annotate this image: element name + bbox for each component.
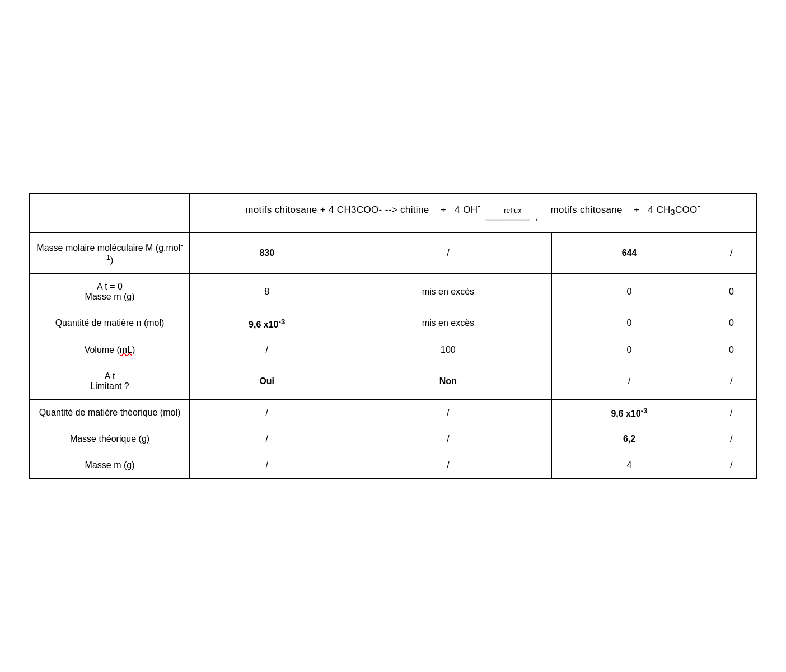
cell-7-2: / [344,452,552,479]
table-row: Quantité de matière théorique (mol) / / … [30,399,756,426]
value-7-4: / [730,460,732,470]
value-5-4: / [730,408,732,417]
value-0-4: / [730,248,732,258]
cell-3-1: / [190,337,344,363]
cell-0-3: 644 [552,232,707,274]
value-0-1: 830 [259,248,274,258]
cell-6-2: / [344,426,552,452]
cell-6-1: / [190,426,344,452]
value-2-3: 0 [627,318,632,328]
value-6-1: / [266,434,268,444]
exp-sup-2-1: -3 [279,317,286,325]
row-label-0: Masse molaire moléculaire M (g.mol-1) [30,232,190,274]
value-7-3: 4 [627,460,632,470]
cell-0-1: 830 [190,232,344,274]
value-2-2: mis en excès [422,318,474,328]
cell-3-3: 0 [552,337,707,363]
table-row: Masse m (g) / / 4 / [30,452,756,479]
cell-1-3: 0 [552,274,707,310]
value-3-3: 0 [627,345,632,354]
reflux-label: reflux [504,207,521,214]
cell-4-1: Oui [190,363,344,399]
row-label-5: Quantité de matière théorique (mol) [30,399,190,426]
exp-sup-5-3: -3 [641,407,648,415]
cell-2-1: 9,6 x10-3 [190,310,344,337]
value-6-3: 6,2 [623,434,635,444]
value-0-3: 644 [622,248,637,258]
value-7-2: / [447,460,449,470]
value-0-2: / [447,248,449,258]
cell-0-4: / [707,232,756,274]
cell-2-2: mis en excès [344,310,552,337]
product1-label: motifs chitosane [551,204,623,215]
reaction-arrow: ──────→ [485,214,540,225]
cell-1-1: 8 [190,274,344,310]
value-7-1: / [266,460,268,470]
table-row: Volume (mL) / 100 0 0 [30,337,756,363]
value-5-3: 9,6 x10-3 [611,409,647,418]
table-row: Masse molaire moléculaire M (g.mol-1) 83… [30,232,756,274]
superscript-minus1: -1 [106,241,183,262]
value-2-4: 0 [729,318,734,328]
value-1-1: 8 [264,287,269,296]
cell-4-3: / [552,363,707,399]
row-label-6: Masse théorique (g) [30,426,190,452]
value-1-2: mis en excès [422,287,474,296]
oh-charge-sup: - [478,202,480,211]
cell-4-2: Non [344,363,552,399]
row-label-1: A t = 0Masse m (g) [30,274,190,310]
value-1-3: 0 [627,287,632,296]
cell-5-1: / [190,399,344,426]
cell-6-3: 6,2 [552,426,707,452]
cell-7-3: 4 [552,452,707,479]
acetate-charge: - [698,202,700,211]
reaction-table: motifs chitosane + 4 CH3COO- --> chitine… [29,193,757,479]
row-label-3: Volume (mL) [30,337,190,363]
plus2-label: + [634,204,639,215]
cell-5-4: / [707,399,756,426]
cell-0-2: / [344,232,552,274]
cell-3-2: 100 [344,337,552,363]
value-2-1: 9,6 x10-3 [249,320,285,329]
main-container: motifs chitosane + 4 CH3COO- --> chitine… [29,193,757,479]
value-4-3: / [628,376,630,386]
value-4-2: Non [439,376,457,386]
cell-3-4: 0 [707,337,756,363]
reaction-equation-cell: motifs chitosane + 4 CH3COO- --> chitine… [190,193,756,232]
plus1-label: + [441,204,446,215]
header-empty-cell [30,193,190,232]
value-4-4: / [730,376,732,386]
cell-6-4: / [707,426,756,452]
acetate-label: 4 CH3COO- [648,204,700,215]
value-6-4: / [730,434,732,444]
value-1-4: 0 [729,287,734,296]
row-label-2: Quantité de matière n (mol) [30,310,190,337]
cell-4-4: / [707,363,756,399]
table-row: A tLimitant ? Oui Non / / [30,363,756,399]
cell-5-3: 9,6 x10-3 [552,399,707,426]
cell-2-3: 0 [552,310,707,337]
arrow-with-reflux: reflux ──────→ [485,207,540,225]
row-label-4: A tLimitant ? [30,363,190,399]
cell-7-1: / [190,452,344,479]
value-6-2: / [447,434,449,444]
cell-5-2: / [344,399,552,426]
acetate-sub: 3 [671,208,675,217]
cell-1-4: 0 [707,274,756,310]
row-label-7: Masse m (g) [30,452,190,479]
value-3-2: 100 [441,345,456,354]
value-5-2: / [447,408,449,417]
value-3-1: / [266,345,268,354]
volume-unit: mL [120,345,132,354]
cell-2-4: 0 [707,310,756,337]
oh-label: 4 OH- [455,204,480,215]
cell-7-4: / [707,452,756,479]
cell-1-2: mis en excès [344,274,552,310]
value-5-1: / [266,408,268,417]
reactant1-label: chitine [400,204,429,215]
table-row: Quantité de matière n (mol) 9,6 x10-3 mi… [30,310,756,337]
value-4-1: Oui [259,376,274,386]
value-3-4: 0 [729,345,734,354]
reaction-header-row: motifs chitosane + 4 CH3COO- --> chitine… [30,193,756,232]
table-row: A t = 0Masse m (g) 8 mis en excès 0 0 [30,274,756,310]
